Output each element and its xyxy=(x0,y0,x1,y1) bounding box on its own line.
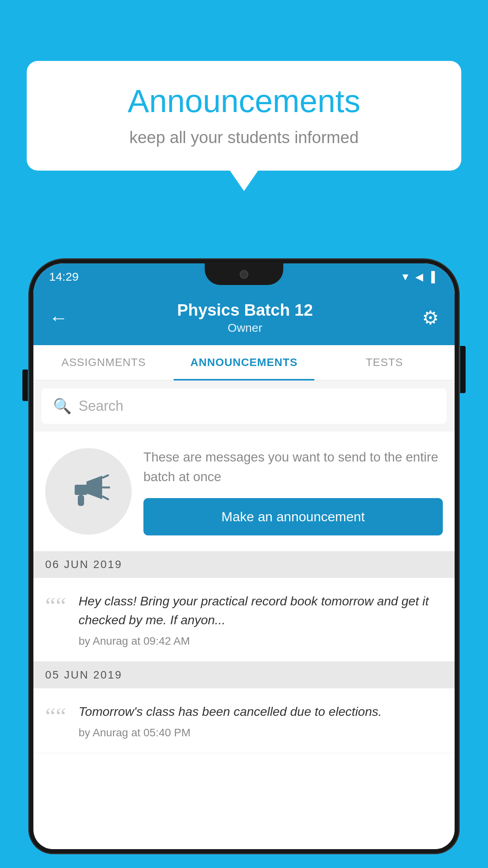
back-button[interactable]: ← xyxy=(49,307,68,329)
promo-description: These are messages you want to send to t… xyxy=(143,447,443,486)
svg-line-2 xyxy=(103,475,108,478)
svg-rect-5 xyxy=(78,495,84,506)
batch-subtitle: Owner xyxy=(177,321,313,335)
battery-icon: ▐ xyxy=(428,271,435,283)
phone-outer: 14:29 ▼ ◀ ▐ ← Physics Batch 12 Owner ⚙ xyxy=(29,259,459,853)
bubble-title: Announcements xyxy=(54,83,434,120)
header-title-group: Physics Batch 12 Owner xyxy=(177,301,313,335)
date-separator-2: 05 JUN 2019 xyxy=(33,662,455,688)
tab-assignments[interactable]: ASSIGNMENTS xyxy=(33,345,174,380)
announcement-text-1: Hey class! Bring your practical record b… xyxy=(79,592,443,629)
quote-icon-2: ““ xyxy=(45,704,69,739)
tabs-bar: ASSIGNMENTS ANNOUNCEMENTS TESTS xyxy=(33,345,455,381)
wifi-icon: ▼ xyxy=(400,271,411,283)
tab-announcements[interactable]: ANNOUNCEMENTS xyxy=(174,345,314,380)
announcement-author-1: by Anurag at 09:42 AM xyxy=(79,635,443,647)
bubble-subtitle: keep all your students informed xyxy=(54,128,434,147)
tab-tests[interactable]: TESTS xyxy=(314,345,455,380)
app-header: ← Physics Batch 12 Owner ⚙ xyxy=(33,290,455,345)
announcement-item-2: ““ Tomorrow's class has been cancelled d… xyxy=(33,688,455,753)
announcement-author-2: by Anurag at 05:40 PM xyxy=(79,726,443,739)
make-announcement-button[interactable]: Make an announcement xyxy=(143,498,443,535)
search-bar[interactable]: 🔍 Search xyxy=(41,388,447,424)
status-time: 14:29 xyxy=(49,270,79,283)
svg-line-4 xyxy=(103,497,108,499)
search-placeholder: Search xyxy=(79,398,123,414)
batch-title: Physics Batch 12 xyxy=(177,301,313,320)
date-separator-1: 06 JUN 2019 xyxy=(33,551,455,578)
announcement-content-2: Tomorrow's class has been cancelled due … xyxy=(79,702,443,739)
announcement-text-2: Tomorrow's class has been cancelled due … xyxy=(79,702,443,721)
announcement-content-1: Hey class! Bring your practical record b… xyxy=(79,592,443,647)
promo-icon-circle xyxy=(45,448,132,535)
signal-icon: ◀ xyxy=(415,271,423,283)
announcement-promo: These are messages you want to send to t… xyxy=(33,432,455,551)
phone-screen: 14:29 ▼ ◀ ▐ ← Physics Batch 12 Owner ⚙ xyxy=(33,263,455,849)
content-area: 🔍 Search xyxy=(33,381,455,753)
status-icons: ▼ ◀ ▐ xyxy=(400,271,435,283)
status-bar: 14:29 ▼ ◀ ▐ xyxy=(33,263,455,290)
quote-icon-1: ““ xyxy=(45,594,69,647)
phone-container: 14:29 ▼ ◀ ▐ ← Physics Batch 12 Owner ⚙ xyxy=(29,259,459,868)
announcement-item-1: ““ Hey class! Bring your practical recor… xyxy=(33,578,455,662)
settings-icon[interactable]: ⚙ xyxy=(422,307,439,329)
search-icon: 🔍 xyxy=(53,397,72,415)
svg-marker-0 xyxy=(86,476,102,499)
notch xyxy=(205,263,283,285)
promo-right: These are messages you want to send to t… xyxy=(143,447,443,535)
svg-rect-1 xyxy=(75,485,87,495)
speech-bubble: Announcements keep all your students inf… xyxy=(27,61,461,171)
camera-dot xyxy=(240,270,248,279)
speech-bubble-section: Announcements keep all your students inf… xyxy=(27,61,461,171)
megaphone-icon xyxy=(67,470,110,513)
